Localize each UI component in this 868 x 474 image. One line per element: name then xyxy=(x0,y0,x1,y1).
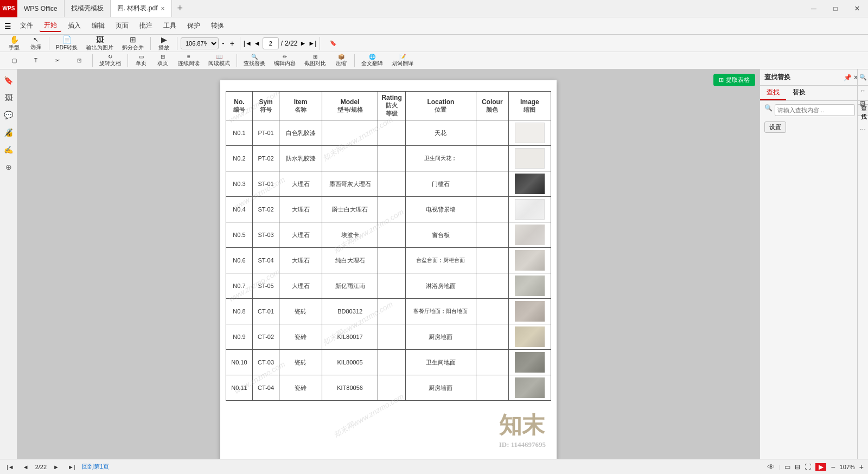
tab-close-icon[interactable]: × xyxy=(161,5,164,12)
sidebar-stamp-icon[interactable]: 🔏 xyxy=(2,126,15,139)
hand-tool-button[interactable]: ✋ 手型 xyxy=(4,34,24,53)
prev-status-btn[interactable]: ◄ xyxy=(21,463,31,471)
first-page-btn[interactable]: |◄ xyxy=(244,40,252,47)
fullscreen-icon[interactable]: ⛶ xyxy=(805,463,811,471)
cell-sym: ST-05 xyxy=(252,273,279,299)
cell-model: 爵士白大理石 xyxy=(322,197,378,222)
search-input[interactable] xyxy=(775,104,855,116)
main-content[interactable]: www.znzmo.com 知末网www.znzmo.com www.znzmo… xyxy=(17,69,760,459)
last-status-btn[interactable]: ►| xyxy=(66,463,78,471)
play-status-icon[interactable]: ▶ xyxy=(815,463,826,471)
compress-button[interactable]: 📦 压缩 xyxy=(331,53,351,68)
status-right: 👁 | ▭ ⊟ ⛶ ▶ − 107% + xyxy=(767,463,864,471)
tab-wps-label: WPS Office xyxy=(24,5,58,12)
menu-item-page[interactable]: 页面 xyxy=(111,20,133,31)
col-image: Image 缩图 xyxy=(508,92,551,120)
menu-item-start[interactable]: 开始 xyxy=(40,20,61,32)
last-page-btn[interactable]: ►| xyxy=(308,40,316,47)
screenshot-btn[interactable]: ✂ xyxy=(48,56,67,65)
settings-button[interactable]: 设置 xyxy=(764,121,786,133)
find-replace-floating-button[interactable]: ⊞ 提取表格 xyxy=(713,74,755,86)
rotate-icon: ↻ xyxy=(108,54,112,60)
rect-select-btn[interactable]: ▢ xyxy=(4,56,24,65)
minimize-button[interactable]: ─ xyxy=(803,0,825,17)
menu-item-tools[interactable]: 工具 xyxy=(159,20,181,31)
close-button[interactable]: × xyxy=(846,0,868,17)
panel-side-expand-icon[interactable]: ↔ xyxy=(860,87,866,94)
word-translate-button[interactable]: 📝 划词翻译 xyxy=(388,53,417,68)
cell-colour xyxy=(476,146,509,171)
read-mode-button[interactable]: 📖 阅读模式 xyxy=(205,53,233,68)
cell-sym: ST-04 xyxy=(252,248,279,273)
zoom-in-btn[interactable]: + xyxy=(228,39,237,48)
table-row: N0.10 CT-03 瓷砖 KIL80005 卫生间地面 xyxy=(226,350,551,375)
tab-list: WPS Office 找模壳模板 四. 材料表.pdf × + xyxy=(17,0,188,17)
continuous-read-button[interactable]: ≡ 连续阅读 xyxy=(175,53,203,68)
cell-rating xyxy=(378,222,405,248)
next-status-btn[interactable]: ► xyxy=(51,463,61,471)
panel-side-help-icon[interactable]: ? xyxy=(861,113,864,120)
tab-pdf[interactable]: 四. 材料表.pdf × xyxy=(111,0,172,17)
menu-item-file[interactable]: 文件 xyxy=(16,20,37,31)
view-mode-1-icon[interactable]: 👁 xyxy=(767,463,775,471)
select-tool-button[interactable]: ↖ 选择 xyxy=(26,35,46,52)
cell-colour xyxy=(476,120,509,146)
zoom-select[interactable]: 106.87% 100% 75% 50% xyxy=(181,37,219,49)
double-page-button[interactable]: ⊟ 双页 xyxy=(153,53,173,68)
goto-label[interactable]: 回到第1页 xyxy=(82,463,109,471)
table-row: N0.3 ST-01 大理石 墨西哥灰大理石 门槛石 xyxy=(226,171,551,197)
tab-add-button[interactable]: + xyxy=(172,0,189,17)
text-select-btn[interactable]: T xyxy=(26,56,46,65)
menu-item-insert[interactable]: 插入 xyxy=(63,20,85,31)
first-status-btn[interactable]: |◄ xyxy=(4,463,16,471)
edit-content-button[interactable]: ✏ 编辑内容 xyxy=(271,53,299,68)
full-translate-button[interactable]: 🌐 全文翻译 xyxy=(358,53,386,68)
tab-find[interactable]: 查找 xyxy=(760,86,786,100)
cell-sym: ST-02 xyxy=(252,197,279,222)
panel-pin-icon[interactable]: 📌 xyxy=(844,74,852,81)
prev-page-btn[interactable]: ◄ xyxy=(254,40,260,47)
find-replace-toolbar-button[interactable]: 🔍 查找替换 xyxy=(240,53,269,68)
single-page-icon: ▭ xyxy=(139,54,144,60)
sidebar-bookmark-icon[interactable]: 🔖 xyxy=(2,74,15,87)
play-button[interactable]: ▶ 播放 xyxy=(154,34,174,53)
sidebar-comment-icon[interactable]: 💬 xyxy=(2,108,15,121)
zoom-in-status[interactable]: + xyxy=(859,463,864,471)
cell-rating xyxy=(378,324,405,350)
single-view-icon[interactable]: ▭ xyxy=(784,463,790,471)
maximize-button[interactable]: □ xyxy=(825,0,846,17)
menu-item-convert[interactable]: 转换 xyxy=(207,20,228,31)
page-input[interactable] xyxy=(263,37,279,49)
marquee-btn[interactable]: ⊡ xyxy=(69,56,89,65)
dual-view-icon[interactable]: ⊟ xyxy=(795,463,800,471)
single-page-button[interactable]: ▭ 单页 xyxy=(131,53,151,68)
tab-template[interactable]: 找模壳模板 xyxy=(65,0,111,17)
split-merge-button[interactable]: ⊞ 拆分合并 xyxy=(119,34,147,53)
col-location: Location 位置 xyxy=(405,92,476,120)
sidebar-sign-icon[interactable]: ✍ xyxy=(2,143,15,156)
next-page-btn[interactable]: ► xyxy=(299,40,306,47)
export-image-button[interactable]: 🖼 输出为图片 xyxy=(83,34,117,53)
cell-model xyxy=(322,120,378,146)
tab-replace[interactable]: 替换 xyxy=(786,86,812,100)
menu-item-comment[interactable]: 批注 xyxy=(135,20,157,31)
menu-icon: ☰ xyxy=(4,22,11,30)
bookmark-button[interactable]: 🔖 xyxy=(323,39,343,47)
rotate-doc-button[interactable]: ↻ 旋转文档 xyxy=(96,53,124,68)
menu-item-protect[interactable]: 保护 xyxy=(183,20,205,31)
panel-side-more-icon[interactable]: ⋯ xyxy=(860,126,866,133)
panel-side-image-icon[interactable]: 🖼 xyxy=(860,100,866,107)
screenshot-compare-button[interactable]: ⊞ 截图对比 xyxy=(301,53,329,68)
panel-side-search-icon[interactable]: 🔍 xyxy=(859,74,867,81)
cell-no: N0.5 xyxy=(226,222,253,248)
sidebar-layers-icon[interactable]: ⊕ xyxy=(2,161,15,174)
tab-wps[interactable]: WPS Office xyxy=(17,0,65,17)
zoom-out-btn[interactable]: - xyxy=(220,39,227,48)
zoom-out-status[interactable]: − xyxy=(831,463,835,471)
sidebar-image-icon[interactable]: 🖼 xyxy=(2,91,15,104)
compare-icon: ⊞ xyxy=(313,54,317,60)
menu-item-edit[interactable]: 编辑 xyxy=(87,20,109,31)
cell-model: 纯白大理石 xyxy=(322,248,378,273)
pdf-convert-button[interactable]: 📄 PDF转换 xyxy=(53,34,81,53)
total-pages: 2/22 xyxy=(285,40,297,47)
